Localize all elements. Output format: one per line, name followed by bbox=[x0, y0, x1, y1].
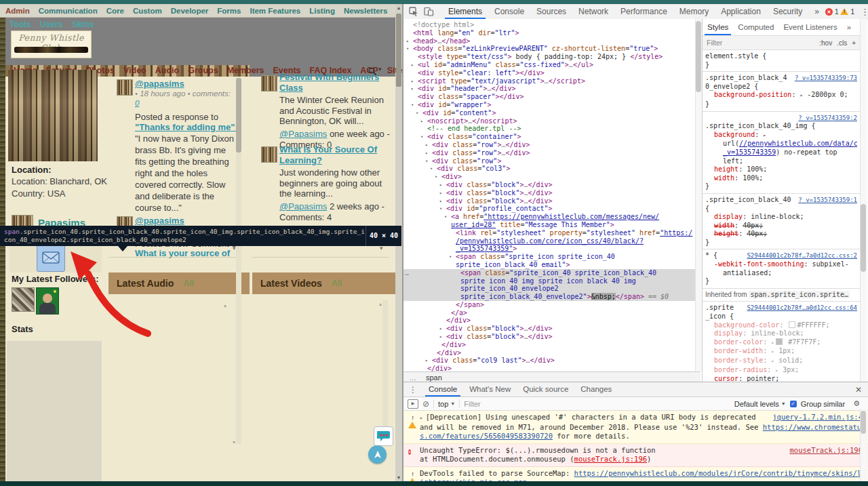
css-property-value[interactable]: pointer; bbox=[747, 375, 779, 382]
style-row[interactable]: border-width: ▸ 1px; bbox=[705, 347, 857, 357]
styles-tab[interactable]: Computed bbox=[733, 19, 778, 35]
style-row[interactable]: height: 100%; bbox=[705, 165, 857, 174]
console-sidebar-icon[interactable]: ▶ bbox=[408, 399, 418, 409]
css-property-value[interactable]: inline-block; bbox=[751, 329, 804, 337]
console-scrollbar-thumb[interactable] bbox=[861, 411, 866, 434]
scroll-down-icon[interactable]: ▼ bbox=[395, 475, 402, 480]
style-row[interactable]: ?_v=1535743359:1.sprite_icon_black_40 bbox=[705, 196, 857, 205]
console-message[interactable]: mouseTrack.js:196✕Uncaught TypeError: $(… bbox=[403, 444, 868, 467]
error-badge-icon[interactable]: ✕ bbox=[825, 8, 833, 16]
console-source-link[interactable]: mouseTrack.js:196 bbox=[790, 446, 863, 455]
style-row[interactable]: ?_v=1535743359:2 bbox=[705, 114, 857, 123]
drawer-close-icon[interactable]: ✕ bbox=[849, 385, 868, 394]
devtools-tab[interactable]: Elements bbox=[442, 4, 488, 19]
tools-menu-item[interactable]: Users bbox=[40, 20, 62, 29]
forum-author-link[interactable]: @Papasims bbox=[279, 201, 327, 211]
expand-caret-icon[interactable]: ▸ bbox=[420, 415, 423, 421]
css-property-name[interactable]: border-style bbox=[714, 357, 763, 364]
style-rule[interactable]: element.style {} bbox=[703, 50, 860, 72]
dom-line[interactable]: ▸<div class="col9 last">…</div> bbox=[403, 357, 695, 365]
color-swatch[interactable] bbox=[776, 338, 783, 345]
videos-all-link[interactable]: All bbox=[332, 279, 342, 288]
admin-menu-item[interactable]: Communication bbox=[39, 7, 98, 15]
new-rule-button[interactable]: + bbox=[852, 39, 856, 47]
style-row[interactable]: antialiased; bbox=[705, 269, 857, 278]
videos-scrollbar[interactable] bbox=[382, 300, 388, 444]
style-row[interactable]: width: 40px; bbox=[705, 222, 857, 230]
admin-menu-item[interactable]: Developer bbox=[171, 7, 209, 15]
css-property-name[interactable]: display bbox=[714, 213, 743, 220]
dom-line[interactable]: ▾<div id="profile_contact"> bbox=[403, 205, 695, 213]
css-property-value[interactable]: -2800px 0; bbox=[803, 91, 848, 98]
css-property-value[interactable]: 3px; bbox=[778, 366, 799, 373]
css-property-value[interactable]: 100%; bbox=[747, 165, 767, 173]
style-row[interactable]: -webkit-font-smoothing: subpixel- bbox=[705, 260, 857, 269]
style-row[interactable]: S29444001c2b78f…7a0d12cc.css:2* { bbox=[705, 251, 857, 260]
style-row[interactable]: .sprite_icon_black_40_img { bbox=[705, 122, 857, 131]
nav-caret-icon[interactable]: ▾ bbox=[378, 66, 382, 73]
dom-line[interactable]: </a> bbox=[403, 309, 695, 317]
style-row[interactable]: { bbox=[705, 205, 857, 214]
devtools-split-edge[interactable] bbox=[402, 4, 403, 481]
dom-line[interactable]: ▸<noscript>…</noscript> bbox=[403, 117, 695, 125]
warning-count[interactable]: 1 bbox=[850, 8, 854, 16]
style-source-link[interactable]: ?_v=1535743359:73 bbox=[795, 74, 857, 83]
style-row[interactable]: _v=1535743359) no-repeat top bbox=[705, 148, 857, 157]
avatar[interactable] bbox=[261, 75, 277, 92]
dom-line[interactable]: ▾<div class="row"> bbox=[403, 157, 695, 165]
context-selector[interactable]: top bbox=[438, 400, 448, 408]
css-property-value[interactable]: solid; bbox=[774, 357, 803, 364]
dom-line[interactable]: ▸<div class="row">…</div> bbox=[403, 141, 695, 149]
dom-line[interactable]: ▾<div> bbox=[403, 173, 695, 181]
site-logo[interactable]: Penny Whistle Club bbox=[11, 31, 92, 58]
admin-menu-item[interactable]: Item Features bbox=[250, 7, 300, 15]
style-row[interactable]: border-color: ▸ #7F7F7F; bbox=[705, 338, 857, 348]
profile-cover-image[interactable] bbox=[8, 70, 98, 161]
css-property-value[interactable]: 40px; bbox=[747, 230, 767, 237]
avatar[interactable] bbox=[117, 79, 133, 96]
css-property-name[interactable]: border-color bbox=[714, 338, 763, 346]
style-row[interactable]: border-radius: ▸ 3px; bbox=[705, 366, 857, 376]
css-property-name[interactable]: border-width bbox=[714, 347, 763, 355]
dom-line[interactable]: </div> bbox=[403, 365, 695, 371]
style-source-link[interactable]: S29444001c2b78f…a0d12cc.css:64 bbox=[747, 304, 857, 312]
group-similar-checkbox[interactable]: ✓ bbox=[790, 401, 797, 407]
code-link[interactable]: user_id=28" bbox=[451, 221, 496, 228]
feed-comments-link[interactable]: 0 bbox=[135, 99, 139, 107]
dom-line[interactable]: ▾<div class="container"> bbox=[403, 133, 695, 141]
styles-tab[interactable]: Event Listeners bbox=[778, 19, 842, 35]
dom-line[interactable]: …<span class="sprite_icon_40 sprite_icon… bbox=[403, 269, 695, 277]
dom-line[interactable]: <div style="clear: left"></div> bbox=[403, 69, 695, 77]
css-property-name[interactable]: border-radius bbox=[714, 366, 767, 373]
dom-line[interactable]: ▾<div class="col3"> bbox=[403, 165, 695, 173]
class-toggle-button[interactable]: .cls bbox=[837, 39, 847, 47]
code-link[interactable]: _v=1535743359 bbox=[723, 148, 776, 156]
style-source-link[interactable]: ?_v=1535743359:2 bbox=[798, 114, 857, 123]
style-row[interactable]: height: 40px; bbox=[705, 230, 857, 239]
tools-menu-item[interactable]: Skins bbox=[72, 20, 94, 29]
style-row[interactable]: background: ▸ bbox=[705, 131, 857, 140]
chat-widget-button[interactable] bbox=[374, 426, 393, 446]
inherited-from-selector[interactable]: span.sprite_icon.sprite… bbox=[749, 291, 850, 298]
style-rule[interactable]: ?_v=1535743359:1.sprite_icon_black_40{di… bbox=[703, 194, 860, 250]
dom-line[interactable]: ▸<div class="block">…</div> bbox=[403, 333, 695, 341]
dom-line[interactable]: user_id=28" title="Message This Member"> bbox=[403, 221, 695, 229]
console-source-link[interactable]: jquery-1.7.2.min.js:4 bbox=[772, 413, 863, 422]
devtools-tabs-overflow-icon[interactable]: » bbox=[808, 4, 825, 19]
scroll-down-icon[interactable]: ▾ bbox=[233, 439, 235, 445]
css-property-name[interactable]: height bbox=[714, 165, 738, 173]
admin-menu-item[interactable]: Listing bbox=[309, 7, 335, 15]
css-property-name[interactable]: display bbox=[714, 329, 743, 337]
pseudo-state-button[interactable]: :hov bbox=[819, 39, 832, 47]
feed-scrollbar-thumb[interactable] bbox=[236, 78, 241, 153]
breadcrumb-item[interactable]: span bbox=[426, 373, 442, 382]
forum-author-link[interactable]: @Papasims bbox=[279, 129, 327, 139]
nav-item[interactable]: Audio bbox=[155, 66, 179, 75]
code-link[interactable]: "https://pennywhistleclub.com/messages/n… bbox=[484, 213, 659, 220]
console-message[interactable]: jquery-1.7.2.min.js:4▸[Deprecation] Usin… bbox=[403, 411, 868, 444]
dom-line[interactable]: <div class="spacer"></div> bbox=[403, 93, 695, 101]
log-levels-selector[interactable]: Default levels bbox=[734, 400, 779, 408]
color-swatch[interactable] bbox=[789, 321, 795, 328]
style-row[interactable]: url(//pennywhistleclub.com/data/c bbox=[705, 140, 857, 148]
dom-line[interactable]: sprite_icon_40_img sprite_icon_black_40_… bbox=[403, 277, 695, 285]
